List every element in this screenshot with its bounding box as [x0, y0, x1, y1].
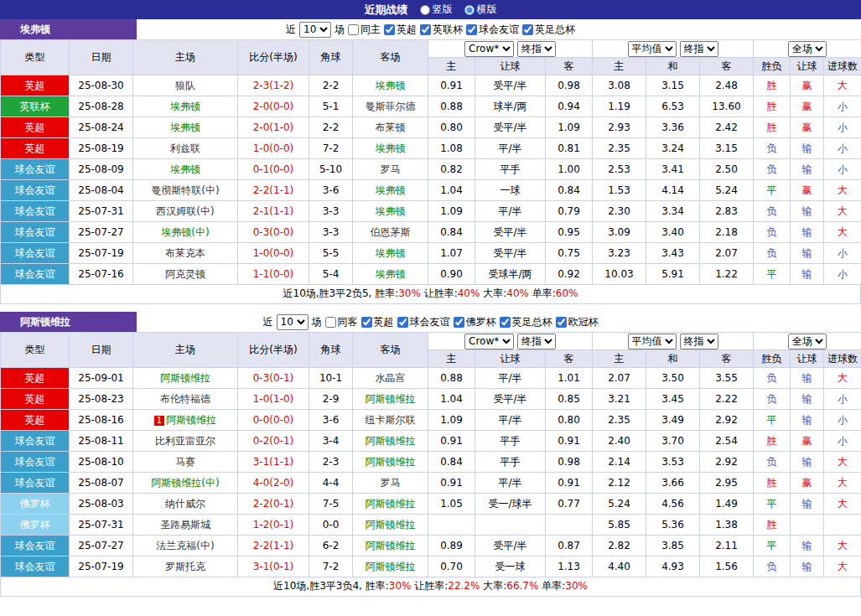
team-link[interactable]: 阿克灵顿: [165, 268, 205, 280]
team-link[interactable]: 埃弗顿: [170, 163, 200, 175]
filter-option[interactable]: 同客: [325, 315, 358, 329]
average-stage-select[interactable]: 终指: [680, 41, 718, 57]
odds-handicap: 平手: [475, 431, 546, 452]
team-link[interactable]: 伯恩茅斯: [371, 226, 411, 238]
filter-checkbox[interactable]: [397, 317, 408, 328]
league-type: 球会友谊: [1, 180, 70, 201]
team-link[interactable]: 利兹联: [170, 142, 200, 154]
team-link[interactable]: 阿斯顿维拉: [366, 456, 416, 468]
avg-home: 2.30: [593, 201, 646, 222]
odds-stage-select[interactable]: 终指: [517, 41, 556, 57]
team-link[interactable]: 埃弗顿(中): [161, 226, 209, 238]
team-link[interactable]: 阿斯顿维拉(中): [151, 477, 219, 489]
result-outcome: 负: [754, 556, 791, 577]
filter-checkbox[interactable]: [384, 24, 395, 35]
team-link[interactable]: 埃弗顿: [376, 80, 406, 91]
bookmaker-select[interactable]: Crow*: [464, 334, 514, 349]
bookmaker-select[interactable]: Crow*: [464, 41, 514, 57]
team-link[interactable]: 狼队: [175, 80, 195, 91]
team-link[interactable]: 纳什威尔: [165, 498, 205, 510]
avg-away: 3.15: [700, 138, 754, 159]
odds-stage-select[interactable]: 终指: [517, 334, 556, 349]
filter-option[interactable]: 同主: [348, 23, 381, 37]
average-select[interactable]: 平均值: [628, 41, 677, 57]
result-goals: 小: [824, 159, 861, 180]
team-link[interactable]: 曼彻斯特联(中): [151, 184, 219, 196]
team-link[interactable]: 埃弗顿: [170, 101, 200, 112]
layout-option-vertical[interactable]: 竖版: [420, 3, 453, 17]
team-link[interactable]: 埃弗顿: [376, 205, 406, 217]
team-link[interactable]: 阿斯顿维拉: [366, 540, 416, 551]
team-link[interactable]: 埃弗顿: [376, 184, 406, 196]
match-count-select[interactable]: 10: [277, 314, 309, 330]
team-link[interactable]: 阿斯顿维拉: [366, 393, 416, 405]
filter-option[interactable]: 欧冠杯: [556, 315, 599, 329]
corner-score: 5-4: [309, 264, 353, 285]
filter-option[interactable]: 佛罗杯: [454, 315, 496, 329]
col-avg-draw: 和: [646, 58, 700, 75]
filter-option[interactable]: 英超: [361, 315, 394, 329]
scope-select[interactable]: 全场: [788, 41, 827, 57]
team-link[interactable]: 纽卡斯尔联: [366, 414, 416, 426]
team-link[interactable]: 埃弗顿: [170, 122, 200, 133]
result-goals: 小: [824, 389, 861, 410]
filter-checkbox[interactable]: [556, 317, 567, 328]
team-link[interactable]: 水晶宫: [376, 372, 406, 384]
filter-checkbox[interactable]: [500, 317, 511, 328]
team-link[interactable]: 埃弗顿: [376, 268, 406, 280]
team-link[interactable]: 布莱克本: [165, 247, 205, 259]
team-link[interactable]: 埃弗顿: [376, 247, 406, 259]
filter-checkbox[interactable]: [466, 24, 477, 35]
team-link[interactable]: 布伦特福德: [160, 393, 210, 405]
team-link[interactable]: 罗马: [381, 163, 401, 175]
filter-checkbox[interactable]: [361, 317, 372, 328]
team-link[interactable]: 埃弗顿: [376, 142, 406, 154]
team-link[interactable]: 圣路易斯城: [160, 519, 210, 531]
team-link[interactable]: 布莱顿: [376, 122, 406, 133]
league-type: 球会友谊: [1, 264, 70, 285]
filter-checkbox[interactable]: [420, 24, 431, 35]
home-team: 布莱克本: [133, 243, 238, 264]
odds-away: 0.77: [546, 494, 593, 515]
team-link[interactable]: 阿斯顿维拉: [166, 414, 216, 426]
avg-home: 1.19: [593, 96, 646, 117]
team-link[interactable]: 西汉姆联(中): [156, 205, 214, 217]
layout-option-horizontal[interactable]: 横版: [464, 3, 497, 17]
filter-option[interactable]: 球会友谊: [397, 315, 450, 329]
team-link[interactable]: 罗马: [381, 477, 401, 489]
filter-option[interactable]: 英足总杯: [522, 23, 575, 37]
team-link[interactable]: 罗斯托克: [165, 561, 205, 572]
filter-option[interactable]: 英足总杯: [500, 315, 552, 329]
team-link[interactable]: 比利亚雷亚尔: [155, 435, 215, 447]
filter-option[interactable]: 球会友谊: [466, 23, 519, 37]
team-link[interactable]: 阿斯顿维拉: [366, 435, 416, 447]
average-stage-select[interactable]: 终指: [680, 334, 718, 349]
corner-score: 2-9: [309, 389, 353, 410]
match-count-select[interactable]: 10: [299, 22, 331, 38]
score: 0-3(0-0): [238, 222, 309, 243]
scope-select[interactable]: 全场: [788, 334, 827, 349]
score: 2-2(0-1): [238, 494, 309, 515]
filter-option[interactable]: 英联杯: [420, 23, 463, 37]
horizontal-radio[interactable]: [464, 5, 475, 15]
filter-checkbox[interactable]: [348, 24, 359, 35]
filter-checkbox[interactable]: [454, 317, 464, 328]
avg-home: 2.93: [593, 117, 646, 138]
filter-option[interactable]: 英超: [384, 23, 417, 37]
vertical-radio[interactable]: [420, 5, 430, 15]
team-link[interactable]: 阿斯顿维拉: [366, 498, 416, 510]
filter-checkbox[interactable]: [325, 317, 336, 328]
score: 0-2(0-1): [238, 431, 309, 452]
result-outcome: 负: [754, 368, 791, 389]
filter-checkbox[interactable]: [522, 24, 533, 35]
filters: 近 10 场 同主英超英联杯球会友谊英足总杯: [0, 19, 861, 39]
team-link[interactable]: 曼斯菲尔德: [366, 101, 416, 112]
team-link[interactable]: 阿斯顿维拉: [366, 519, 416, 531]
team-link[interactable]: 马赛: [175, 456, 195, 468]
corner-score: 3-6: [309, 180, 353, 201]
team-link[interactable]: 阿斯顿维拉: [366, 561, 416, 572]
avg-draw: 3.50: [646, 368, 700, 389]
team-link[interactable]: 阿斯顿维拉: [160, 372, 210, 384]
team-link[interactable]: 法兰克福(中): [156, 540, 214, 551]
average-select[interactable]: 平均值: [628, 334, 677, 349]
